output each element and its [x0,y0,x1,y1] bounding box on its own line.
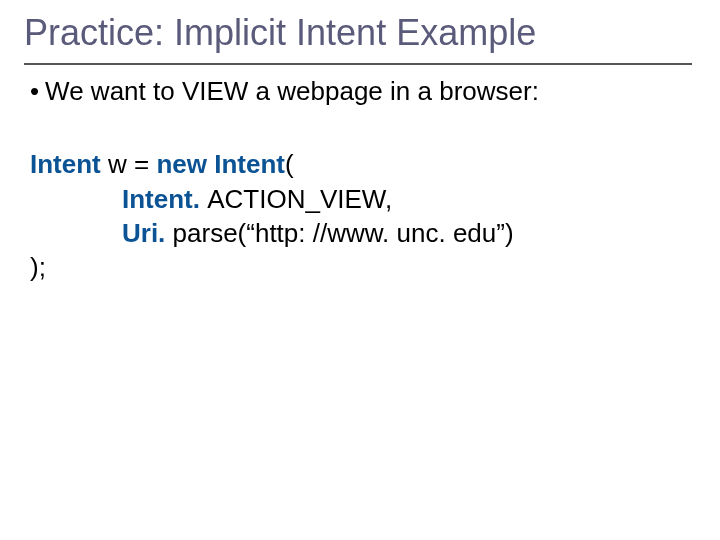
bullet-item: •We want to VIEW a webpage in a browser: [30,75,692,109]
slide: Practice: Implicit Intent Example •We wa… [0,0,720,540]
code-text: ); [30,252,46,282]
code-keyword-intent-dot: Intent. [122,184,207,214]
code-keyword-new-intent: new Intent [156,149,285,179]
code-keyword-uri-dot: Uri. [122,218,173,248]
code-block: Intent w = new Intent( Intent. ACTION_VI… [30,147,692,284]
code-line-4: ); [30,250,692,284]
code-text: parse(“http: //www. unc. edu”) [173,218,514,248]
bullet-text: We want to VIEW a webpage in a browser: [45,76,539,106]
title-underline [24,63,692,65]
code-keyword-intent: Intent [30,149,101,179]
bullet-marker: • [30,75,39,109]
code-line-3: Uri. parse(“http: //www. unc. edu”) [122,216,692,250]
code-text: ACTION_VIEW, [207,184,392,214]
code-line-1: Intent w = new Intent( [30,147,692,181]
code-line-2: Intent. ACTION_VIEW, [122,182,692,216]
code-text: ( [285,149,294,179]
code-text: w = [101,149,157,179]
slide-title: Practice: Implicit Intent Example [24,12,692,57]
